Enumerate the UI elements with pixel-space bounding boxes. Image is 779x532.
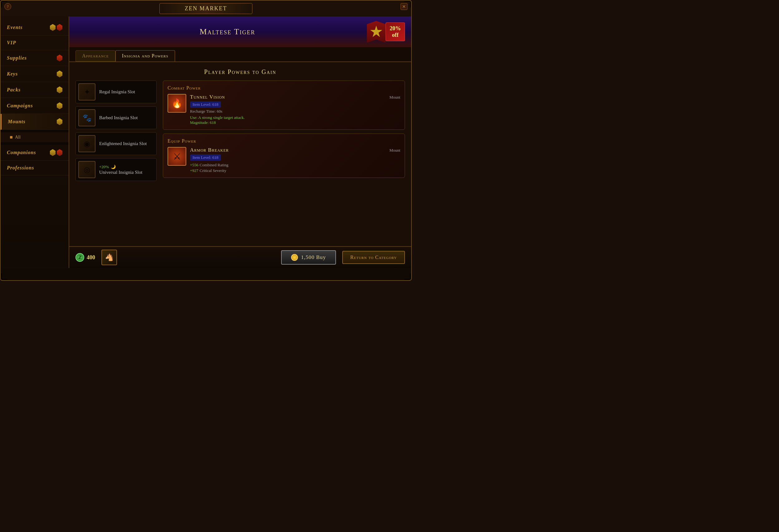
- armor-breaker-stat1: +556 Combined Rating: [190, 162, 400, 168]
- sidebar-item-mounts[interactable]: Mounts: [1, 114, 69, 130]
- barbed-slot-icon: 🐾: [78, 109, 96, 126]
- mount-icon: 🐴: [105, 253, 114, 261]
- zen-balance-display: ℤ 400: [75, 253, 95, 262]
- buy-label: 1,500 Buy: [301, 254, 326, 260]
- combat-power-body: 🔥 Tunnel Vision Mount Item Level: 618 Re…: [168, 94, 400, 125]
- sidebar-item-packs[interactable]: Packs: [1, 82, 69, 98]
- armor-breaker-level: Item Level: 618: [190, 155, 221, 161]
- powers-content: Player Powers to Gain ✦ Regal Insignia S…: [69, 62, 411, 246]
- insignia-slot-enlightened: ◉ Enlightened Insignia Slot: [75, 132, 157, 155]
- product-title: Maltese Tiger: [94, 27, 361, 37]
- close-button[interactable]: ✕: [401, 3, 408, 10]
- barbed-slot-label: Barbed Insignia Slot: [99, 115, 137, 120]
- gold-badge-icon: [57, 118, 62, 125]
- tunnel-vision-recharge: Recharge Time: 60s: [190, 109, 400, 114]
- combat-power-card: Combat Power 🔥 Tunnel Vision Mount: [163, 80, 405, 130]
- emblem-star-icon: [370, 25, 382, 38]
- enlightened-slot-label: Enlightened Insignia Slot: [99, 141, 146, 146]
- window-title: ZEN Market: [185, 5, 227, 11]
- moon-icon: 🌙: [111, 165, 116, 169]
- tab-insignia-powers[interactable]: Insignia and Powers: [115, 50, 175, 61]
- main-window: ? ZEN Market ✕ Events VIP Supplies: [0, 0, 412, 281]
- armor-breaker-type: Mount: [390, 148, 400, 153]
- red-badge-icon: [57, 24, 62, 31]
- universal-slot-info: +20% 🌙 Universal Insignia Slot: [99, 165, 142, 175]
- bottom-bar: ℤ 400 🐴 1,500 Buy Return to Category: [69, 246, 411, 268]
- sidebar-badge-supplies: [57, 55, 62, 61]
- content-area: Events VIP Supplies Keys: [1, 16, 411, 268]
- regal-slot-label: Regal Insignia Slot: [99, 89, 135, 95]
- zen-amount: 400: [87, 254, 95, 261]
- mount-shortcut-button[interactable]: 🐴: [101, 250, 117, 265]
- armor-breaker-info: Armor Breaker Mount Item Level: 618 +556…: [190, 147, 400, 173]
- sidebar-sub-item-all[interactable]: All: [1, 132, 69, 142]
- sidebar-badge-packs: [57, 86, 62, 93]
- equip-power-card: Equip Power ⚔ Armor Breaker Mount: [163, 133, 405, 178]
- return-to-category-button[interactable]: Return to Category: [342, 251, 405, 264]
- red-badge-icon: [57, 149, 62, 156]
- tab-appearance[interactable]: Appearance: [75, 50, 115, 61]
- armor-breaker-icon: ⚔: [168, 147, 186, 166]
- gold-badge-icon: [50, 24, 56, 31]
- insignia-slot-universal: ◎ +20% 🌙 Universal Insignia Slot: [75, 158, 157, 181]
- sidebar-badge-events: [50, 24, 62, 31]
- universal-slot-icon: ◎: [78, 161, 96, 178]
- tunnel-vision-name: Tunnel Vision: [190, 94, 225, 100]
- enlightened-slot-icon: ◉: [78, 135, 96, 152]
- product-header: Maltese Tiger 20% off: [69, 16, 411, 47]
- product-emblem: [367, 21, 385, 43]
- tunnel-vision-level: Item Level: 618: [190, 102, 221, 108]
- sidebar-item-keys[interactable]: Keys: [1, 66, 69, 82]
- sidebar-badge-mounts: [57, 118, 62, 125]
- armor-breaker-name: Armor Breaker: [190, 147, 229, 153]
- tunnel-vision-use: Use: A strong single target attack.: [190, 115, 400, 120]
- powers-layout: ✦ Regal Insignia Slot 🐾 Barbed Insignia …: [75, 80, 405, 240]
- tunnel-vision-magnitude: Magnitude: 618: [190, 120, 400, 125]
- insignia-slot-barbed: 🐾 Barbed Insignia Slot: [75, 106, 157, 129]
- zen-currency-icon: ℤ: [75, 253, 84, 262]
- power-cards-list: Combat Power 🔥 Tunnel Vision Mount: [163, 80, 405, 240]
- sidebar-badge-keys: [57, 70, 62, 77]
- sidebar-item-companions[interactable]: Companions: [1, 145, 69, 161]
- window-title-container: ZEN Market: [160, 3, 252, 14]
- tunnel-vision-icon: 🔥: [168, 94, 186, 113]
- gold-badge-icon: [57, 86, 62, 93]
- tunnel-vision-info: Tunnel Vision Mount Item Level: 618 Rech…: [190, 94, 400, 125]
- red-badge-icon: [57, 55, 62, 61]
- equip-power-header: Equip Power: [168, 138, 400, 144]
- tabs-bar: Appearance Insignia and Powers: [69, 47, 411, 62]
- powers-section-title: Player Powers to Gain: [75, 68, 405, 75]
- universal-slot-bonus: +20%: [99, 165, 109, 169]
- tunnel-vision-name-row: Tunnel Vision Mount: [190, 94, 400, 100]
- sidebar-item-professions[interactable]: Professions: [1, 161, 69, 175]
- sub-bullet-icon: [10, 136, 12, 138]
- gold-badge-icon: [57, 70, 62, 77]
- sidebar-item-campaigns[interactable]: Campaigns: [1, 98, 69, 114]
- insignia-slot-regal: ✦ Regal Insignia Slot: [75, 80, 157, 103]
- sidebar-item-supplies[interactable]: Supplies: [1, 50, 69, 66]
- sidebar-item-vip[interactable]: VIP: [1, 36, 69, 50]
- main-panel: Maltese Tiger 20% off Appearance Insigni…: [69, 16, 411, 268]
- sidebar-item-events[interactable]: Events: [1, 20, 69, 36]
- equip-power-body: ⚔ Armor Breaker Mount Item Level: 618: [168, 147, 400, 173]
- help-button[interactable]: ?: [4, 3, 11, 10]
- combat-power-header: Combat Power: [168, 85, 400, 91]
- discount-badge: 20% off: [385, 22, 405, 41]
- gold-badge-icon: [57, 102, 62, 109]
- sidebar: Events VIP Supplies Keys: [1, 16, 69, 268]
- title-bar: ? ZEN Market ✕: [1, 1, 411, 16]
- buy-button[interactable]: 1,500 Buy: [281, 250, 336, 264]
- regal-slot-icon: ✦: [78, 83, 96, 101]
- armor-breaker-stat2: +927 Critical Severity: [190, 168, 400, 173]
- gold-badge-icon: [50, 149, 56, 156]
- tunnel-vision-type: Mount: [390, 95, 400, 100]
- universal-slot-label: Universal Insignia Slot: [99, 170, 142, 175]
- sidebar-badge-companions: [50, 149, 62, 156]
- sidebar-badge-campaigns: [57, 102, 62, 109]
- buy-coin-icon: [291, 254, 298, 261]
- armor-breaker-name-row: Armor Breaker Mount: [190, 147, 400, 153]
- sidebar-submenu-mounts: All: [1, 130, 69, 145]
- insignia-slots-list: ✦ Regal Insignia Slot 🐾 Barbed Insignia …: [75, 80, 157, 240]
